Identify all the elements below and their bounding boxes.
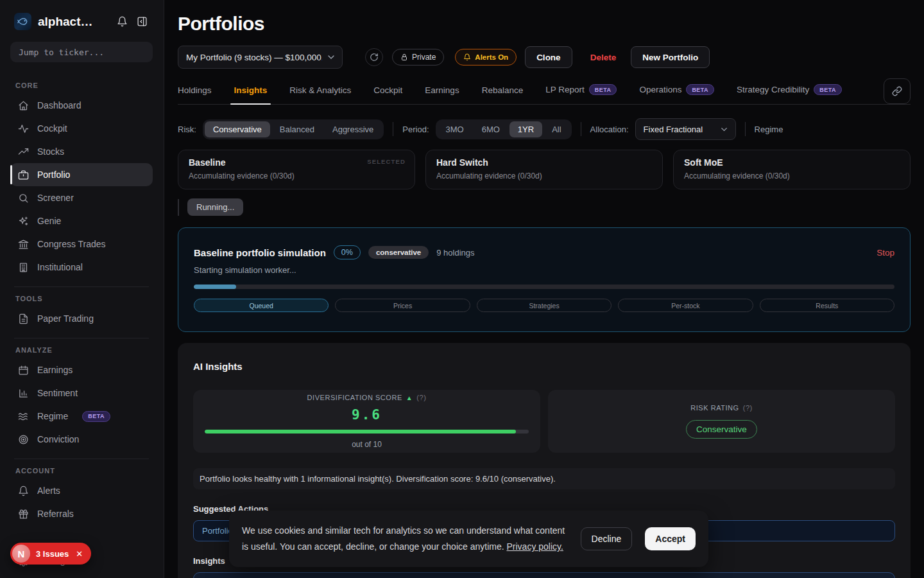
sidebar-item-label: Cockpit bbox=[37, 123, 67, 134]
bell-icon bbox=[18, 486, 29, 496]
beta-badge: BETA bbox=[814, 84, 842, 95]
tab-rebalance[interactable]: Rebalance bbox=[482, 85, 524, 104]
private-label: Private bbox=[412, 53, 436, 62]
strategy-subtitle: Accumulating evidence (0/30d) bbox=[684, 171, 900, 180]
sidebar-item-earnings[interactable]: Earnings bbox=[10, 358, 153, 381]
period-option-all[interactable]: All bbox=[543, 121, 569, 137]
sidebar-divider bbox=[14, 286, 149, 287]
tab-risk-analytics[interactable]: Risk & Analytics bbox=[289, 85, 351, 104]
sidebar-item-label: Earnings bbox=[37, 365, 73, 375]
sidebar-item-genie[interactable]: Genie bbox=[10, 209, 153, 232]
sidebar-item-label: Dashboard bbox=[37, 100, 81, 110]
lock-icon bbox=[400, 53, 408, 61]
decline-button[interactable]: Decline bbox=[581, 527, 633, 550]
risk-option-conservative[interactable]: Conservative bbox=[205, 121, 270, 137]
close-icon[interactable]: ✕ bbox=[76, 549, 83, 559]
stage-strategies[interactable]: Strategies bbox=[477, 299, 612, 312]
notifications-bell-icon[interactable] bbox=[116, 15, 129, 28]
link-icon bbox=[892, 86, 902, 96]
help-icon[interactable]: (?) bbox=[743, 404, 753, 412]
building-icon bbox=[18, 262, 29, 273]
simulation-progress-fill bbox=[194, 285, 236, 289]
delete-button[interactable]: Delete bbox=[585, 53, 622, 62]
sidebar-item-congress-trades[interactable]: Congress Trades bbox=[10, 232, 153, 256]
risk-option-aggressive[interactable]: Aggressive bbox=[324, 121, 382, 137]
beta-badge: BETA bbox=[82, 411, 110, 422]
sidebar-item-dashboard[interactable]: Dashboard bbox=[10, 94, 153, 117]
sidebar-item-sentiment[interactable]: Sentiment bbox=[10, 381, 153, 405]
sidebar-item-label: Paper Trading bbox=[37, 313, 94, 324]
issues-badge[interactable]: N 3 Issues ✕ bbox=[10, 543, 91, 565]
diversification-score-value: 9.6 bbox=[352, 407, 382, 423]
stage-prices[interactable]: Prices bbox=[335, 299, 470, 312]
simulation-mode-badge: conservative bbox=[368, 246, 429, 259]
portfolio-select[interactable]: My Portfolio (9 stocks) — $100,000.0 bbox=[178, 46, 343, 69]
issues-avatar: N bbox=[12, 545, 30, 563]
tab-earnings[interactable]: Earnings bbox=[425, 85, 459, 104]
stage-per-stock[interactable]: Per-stock bbox=[618, 299, 753, 312]
allocation-select[interactable]: Fixed Fractional bbox=[635, 118, 736, 140]
risk-rating-card: RISK RATING (?) Conservative bbox=[548, 390, 895, 453]
new-portfolio-button[interactable]: New Portfolio bbox=[631, 46, 710, 68]
section-label-core: CORE bbox=[15, 82, 148, 89]
period-option-1yr[interactable]: 1YR bbox=[509, 121, 542, 137]
private-badge[interactable]: Private bbox=[392, 49, 444, 66]
strategy-title: Hard Switch bbox=[436, 157, 652, 168]
sidebar-item-institutional[interactable]: Institutional bbox=[10, 256, 153, 279]
sidebar-header: alphact… bbox=[10, 0, 153, 42]
sidebar-item-conviction[interactable]: Conviction bbox=[10, 428, 153, 451]
sidebar-item-label: Conviction bbox=[37, 434, 79, 444]
tab-holdings[interactable]: Holdings bbox=[178, 85, 212, 104]
sidebar-item-referrals[interactable]: Referrals bbox=[10, 502, 153, 525]
filters-row: Risk: Conservative Balanced Aggressive P… bbox=[178, 118, 911, 140]
sidebar-item-screener[interactable]: Screener bbox=[10, 186, 153, 209]
sidebar-item-regime[interactable]: Regime BETA bbox=[10, 405, 153, 428]
sidebar-item-portfolio[interactable]: Portfolio bbox=[10, 163, 153, 186]
tab-insights[interactable]: Insights bbox=[234, 85, 268, 104]
clone-button[interactable]: Clone bbox=[525, 46, 572, 68]
sidebar: alphact… CORE Dashboard Cockpit Stocks P… bbox=[0, 0, 164, 578]
simulation-title: Baseline portfolio simulation bbox=[194, 247, 326, 258]
gift-icon bbox=[18, 509, 29, 520]
collapse-sidebar-icon[interactable] bbox=[135, 15, 149, 28]
simulation-stages: Queued Prices Strategies Per-stock Resul… bbox=[194, 299, 894, 312]
stage-results[interactable]: Results bbox=[760, 299, 894, 312]
diversification-score-label: DIVERSIFICATION SCORE bbox=[307, 394, 402, 401]
running-status-button[interactable]: Running... bbox=[187, 198, 243, 216]
alerts-on-badge[interactable]: Alerts On bbox=[455, 49, 517, 66]
tab-strategy-credibility[interactable]: Strategy CredibilityBETA bbox=[737, 84, 842, 104]
period-option-6mo[interactable]: 6MO bbox=[474, 121, 508, 137]
period-segmented-control: 3MO 6MO 1YR All bbox=[436, 119, 572, 139]
sidebar-item-alerts[interactable]: Alerts bbox=[10, 479, 153, 502]
period-option-3mo[interactable]: 3MO bbox=[438, 121, 472, 137]
landmark-icon bbox=[18, 239, 29, 250]
help-icon[interactable]: (?) bbox=[416, 394, 426, 401]
accept-button[interactable]: Accept bbox=[645, 527, 696, 550]
up-arrow-icon: ▲ bbox=[406, 394, 413, 401]
strategy-card-soft-moe[interactable]: Soft MoE Accumulating evidence (0/30d) bbox=[673, 150, 911, 189]
stage-queued[interactable]: Queued bbox=[194, 299, 329, 312]
tab-cockpit[interactable]: Cockpit bbox=[373, 85, 402, 104]
waves-icon bbox=[18, 411, 29, 422]
alerts-on-label: Alerts On bbox=[475, 53, 508, 61]
share-link-button[interactable] bbox=[884, 78, 911, 104]
sidebar-item-stocks[interactable]: Stocks bbox=[10, 140, 153, 163]
tab-lp-report[interactable]: LP ReportBETA bbox=[545, 84, 617, 104]
insights-summary: Portfolio looks healthy with 1 informati… bbox=[193, 468, 895, 489]
sidebar-item-cockpit[interactable]: Cockpit bbox=[10, 117, 153, 140]
risk-filter-label: Risk: bbox=[178, 125, 196, 134]
selected-tag: SELECTED bbox=[367, 158, 406, 165]
sidebar-item-paper-trading[interactable]: Paper Trading bbox=[10, 307, 153, 330]
issues-label: 3 Issues bbox=[36, 549, 69, 559]
insight-item[interactable]: i ▼ Portfolio diversification score is 9… bbox=[193, 572, 895, 578]
score-cards: DIVERSIFICATION SCORE ▲ (?) 9.6 out of 1… bbox=[193, 390, 895, 453]
stop-button[interactable]: Stop bbox=[877, 248, 894, 258]
strategy-card-hard-switch[interactable]: Hard Switch Accumulating evidence (0/30d… bbox=[425, 150, 663, 189]
strategy-card-baseline[interactable]: Baseline Accumulating evidence (0/30d) S… bbox=[178, 150, 415, 189]
privacy-policy-link[interactable]: Privacy policy. bbox=[506, 541, 563, 552]
refresh-button[interactable] bbox=[365, 48, 383, 66]
risk-segmented-control: Conservative Balanced Aggressive bbox=[203, 119, 384, 139]
risk-option-balanced[interactable]: Balanced bbox=[271, 121, 323, 137]
tab-operations[interactable]: OperationsBETA bbox=[639, 84, 714, 104]
ticker-search-input[interactable] bbox=[10, 42, 153, 62]
